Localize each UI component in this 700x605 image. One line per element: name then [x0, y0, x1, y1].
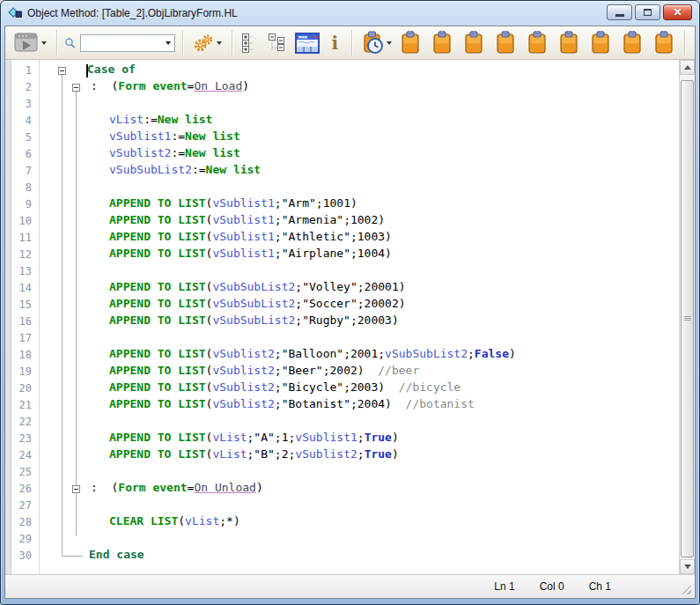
- code-line[interactable]: APPEND TO LIST(vSublist1;"Arm";1001): [40, 196, 679, 213]
- code-token-cmd: APPEND TO LIST: [109, 347, 206, 360]
- code-line[interactable]: APPEND TO LIST(vSublist2;"Beer";2002) //…: [40, 364, 679, 380]
- code-line[interactable]: APPEND TO LIST(vSubSubList2;"Volley";200…: [40, 280, 679, 297]
- clipboard-5-button[interactable]: [524, 29, 550, 56]
- code-token-cons: On Unload: [194, 481, 255, 494]
- code-line[interactable]: CLEAR LIST(vList;*): [40, 514, 679, 531]
- code-line[interactable]: : (Form event=On Load): [40, 79, 679, 96]
- execute-method-button[interactable]: [11, 30, 49, 55]
- form-window-icon: [295, 33, 320, 54]
- code-line[interactable]: [40, 498, 679, 514]
- code-token-pl: ;*): [219, 514, 239, 528]
- code-token-cmd: APPEND TO LIST: [109, 247, 206, 260]
- code-line[interactable]: [40, 330, 679, 347]
- clipboard-3-button[interactable]: [461, 29, 487, 56]
- code-line[interactable]: : (Form event=On Unload): [40, 481, 679, 498]
- code-token-pl: ;"Soccer";20002): [295, 297, 405, 310]
- code-token-pl: ;"Botanist";2004): [275, 397, 406, 410]
- minimize-button[interactable]: [607, 4, 632, 20]
- code-token-var: vSublist1: [212, 196, 274, 210]
- code-line[interactable]: vSublist2:=New list: [40, 146, 679, 163]
- code-line[interactable]: APPEND TO LIST(vSubSubList2;"Rugby";2000…: [40, 314, 679, 330]
- expand-all-button[interactable]: [239, 32, 261, 55]
- line-number: 13: [11, 263, 39, 280]
- search-input[interactable]: [80, 34, 175, 52]
- code-token-pl: ;"Rugby";20003): [295, 314, 398, 327]
- code-line[interactable]: [40, 414, 679, 431]
- collapse-all-icon: [266, 33, 287, 53]
- line-number: 9: [11, 196, 39, 213]
- code-line[interactable]: APPEND TO LIST(vSublist1;"Armenia";1002): [40, 213, 679, 230]
- code-line[interactable]: APPEND TO LIST(vSublist1;"Airplane";1004…: [40, 247, 679, 263]
- code-line[interactable]: vSubSubList2:=New list: [40, 163, 679, 180]
- code-token-cmd: APPEND TO LIST: [109, 364, 206, 377]
- code-line[interactable]: [40, 96, 679, 113]
- line-number: 28: [11, 514, 39, 531]
- scrollbar-track[interactable]: [680, 75, 695, 559]
- text-caret: [86, 64, 88, 77]
- method-options-button[interactable]: [190, 31, 225, 55]
- scroll-down-button[interactable]: [680, 559, 695, 574]
- clipboard-7-button[interactable]: [587, 29, 614, 56]
- breakpoint-margin[interactable]: [5, 60, 11, 574]
- code-line[interactable]: APPEND TO LIST(vSublist1;"Athletic";1003…: [40, 230, 679, 247]
- code-line[interactable]: [40, 263, 679, 280]
- line-number: 12: [11, 247, 39, 263]
- title-bar[interactable]: Object Method: [Table_2].ObjLibraryForm.…: [1, 1, 699, 26]
- macros-button[interactable]: [359, 29, 394, 56]
- code-token-var: vSubSubList2: [212, 280, 295, 293]
- method-info-button[interactable]: i: [325, 33, 344, 54]
- code-token-cmd: APPEND TO LIST: [109, 380, 206, 394]
- code-token-pl: ;"B";2;: [247, 447, 296, 461]
- code-token-var: vList: [212, 447, 247, 461]
- code-line[interactable]: Case of: [40, 63, 679, 79]
- macros-dropdown-arrow: [387, 41, 392, 48]
- code-token-pl: :=: [192, 163, 206, 176]
- code-token-cmd: APPEND TO LIST: [109, 314, 206, 327]
- code-line[interactable]: [40, 464, 679, 481]
- code-line[interactable]: End case: [40, 548, 679, 564]
- line-number: 24: [11, 447, 39, 464]
- search-dropdown-arrow[interactable]: [166, 41, 171, 48]
- scroll-up-button[interactable]: [680, 60, 695, 75]
- close-button[interactable]: ✕: [663, 4, 692, 20]
- vertical-scrollbar[interactable]: [679, 60, 695, 574]
- clipboard-4-button[interactable]: [492, 29, 519, 56]
- code-editor: 1234567891011121314151617181920212223242…: [5, 60, 695, 574]
- code-line[interactable]: APPEND TO LIST(vSublist2;"Bicycle";2003)…: [40, 380, 679, 397]
- code-token-pl: ;"Bicycle";2003): [275, 380, 399, 394]
- line-number: 10: [11, 213, 39, 230]
- code-token-cmd: APPEND TO LIST: [109, 280, 206, 293]
- code-token-var: vSubSubList2: [212, 314, 295, 327]
- search-combo: [80, 34, 175, 52]
- code-line[interactable]: vSublist1:=New list: [40, 129, 679, 146]
- line-number: 2: [11, 79, 39, 96]
- clipboard-6-button[interactable]: [556, 29, 582, 56]
- code-token-cons: On Load: [194, 79, 242, 92]
- clipboard-8-button[interactable]: [619, 29, 645, 56]
- clipboard-1-button[interactable]: [397, 29, 424, 56]
- code-line[interactable]: APPEND TO LIST(vList;"B";2;vSublist2;Tru…: [40, 447, 679, 464]
- clipboard-9-button[interactable]: [651, 29, 677, 56]
- code-line[interactable]: vList:=New list: [40, 113, 679, 129]
- code-token-var: vSublist1: [109, 129, 171, 143]
- code-token-cmd: APPEND TO LIST: [109, 230, 206, 243]
- code-token-var: vSublist2: [212, 380, 274, 394]
- show-form-button[interactable]: [292, 31, 322, 55]
- code-lines: Case of: (Form event=On Load)vList:=New …: [40, 63, 679, 564]
- scrollbar-thumb[interactable]: [681, 80, 694, 557]
- collapse-all-button[interactable]: [263, 32, 290, 55]
- code-line[interactable]: APPEND TO LIST(vList;"A";1;vSublist1;Tru…: [40, 431, 679, 447]
- code-line[interactable]: APPEND TO LIST(vSublist2;"Botanist";2004…: [40, 397, 679, 414]
- resize-grip[interactable]: [682, 585, 691, 594]
- clipboard-icon: [495, 31, 516, 55]
- code-line[interactable]: [40, 531, 679, 548]
- code-line[interactable]: APPEND TO LIST(vSubSubList2;"Soccer";200…: [40, 297, 679, 314]
- clipboard-2-button[interactable]: [429, 29, 455, 56]
- clipboard-icon: [622, 31, 643, 55]
- code-pane[interactable]: Case of: (Form event=On Load)vList:=New …: [40, 60, 679, 574]
- code-token-var: vSublist1: [295, 431, 357, 444]
- code-line[interactable]: APPEND TO LIST(vSublist2;"Balloon";2001;…: [40, 347, 679, 364]
- maximize-button[interactable]: [635, 4, 660, 20]
- code-token-pl: ;: [468, 347, 475, 360]
- code-line[interactable]: [40, 180, 679, 196]
